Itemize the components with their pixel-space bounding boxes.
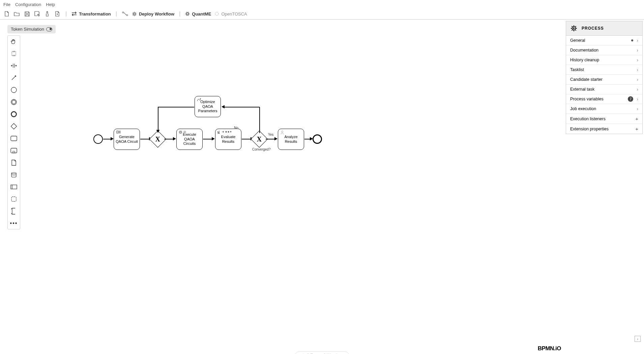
menu-bar: File Configuration Help [0, 0, 644, 9]
task-generate[interactable]: Generate QAOA Circuit [114, 129, 140, 150]
task-evaluate[interactable]: ➜ ★★✦ Evaluate Results [215, 129, 241, 150]
end-event[interactable] [313, 134, 322, 144]
data-object-icon[interactable] [10, 159, 18, 166]
chevron-right-icon: › [637, 96, 638, 102]
task-analyze[interactable]: Analyze Results [278, 129, 304, 150]
svg-rect-20 [117, 131, 118, 133]
flow-no-label: No [234, 126, 238, 130]
plus-icon: + [635, 126, 638, 132]
svg-rect-17 [11, 185, 17, 189]
curve-icon [197, 98, 201, 102]
save-edit-icon[interactable] [34, 10, 40, 17]
token-simulation-toggle[interactable]: Token Simulation [7, 25, 56, 33]
collapse-panel-button[interactable]: › [635, 336, 641, 342]
status-bar[interactable]: 0 Errors, 0 Warnings [295, 351, 349, 354]
prop-documentation[interactable]: Documentation› [566, 45, 642, 55]
transformation-button[interactable]: Transformation [71, 11, 111, 17]
chevron-right-icon: › [637, 57, 638, 63]
process-icon [570, 25, 578, 32]
gateway-icon[interactable] [10, 123, 18, 130]
svg-rect-12 [11, 124, 17, 129]
indicator-dot-icon [631, 39, 633, 41]
svg-point-1 [126, 14, 128, 16]
text-annotation-icon[interactable] [10, 207, 18, 215]
open-folder-icon[interactable] [13, 10, 20, 17]
workflow-icon[interactable] [122, 10, 128, 17]
task-label: Execute QAOA Circuits [178, 132, 201, 146]
prop-tasklist[interactable]: Tasklist› [566, 65, 642, 75]
menu-help[interactable]: Help [46, 2, 55, 7]
svg-point-26 [282, 131, 283, 133]
user-icon [280, 130, 284, 134]
svg-point-2 [133, 13, 135, 15]
transformation-icon [71, 11, 77, 16]
svg-rect-15 [13, 151, 15, 153]
prop-history-cleanup[interactable]: History cleanup› [566, 55, 642, 65]
panel-header: PROCESS [566, 21, 642, 36]
gear-icon [132, 11, 137, 17]
intermediate-event-icon[interactable] [10, 98, 18, 106]
share-icon[interactable] [44, 10, 51, 17]
chevron-right-icon: › [637, 87, 638, 92]
gateway-converged[interactable]: X [251, 131, 268, 148]
separator: | [179, 11, 180, 17]
svg-point-0 [122, 12, 124, 13]
svg-rect-14 [11, 148, 17, 153]
deploy-workflow-button[interactable]: Deploy Workflow [132, 11, 174, 17]
task-optimize[interactable]: Optimize QAOA Parameters [195, 96, 221, 117]
task-label: Optimize QAOA Parameters [196, 100, 219, 114]
svg-point-6 [215, 12, 218, 15]
prop-execution-listeners[interactable]: Execution listeners+ [566, 114, 642, 124]
prop-candidate-starter[interactable]: Candidate starter› [566, 75, 642, 85]
connect-tool-icon[interactable] [10, 74, 18, 82]
data-store-icon[interactable] [10, 171, 18, 179]
svg-point-25 [184, 131, 185, 133]
quantme-button[interactable]: QuantME [185, 11, 211, 17]
prop-general[interactable]: General› [566, 36, 642, 45]
start-event[interactable] [93, 134, 103, 144]
new-file-icon[interactable] [3, 10, 10, 17]
save-icon[interactable] [24, 10, 30, 17]
gateway-merge[interactable]: X [149, 131, 167, 148]
gateway-label: Converged? [252, 148, 270, 151]
lasso-tool-icon[interactable] [10, 50, 18, 57]
plus-icon: + [635, 116, 638, 122]
task-icon[interactable] [10, 135, 18, 142]
chevron-right-icon: › [637, 106, 638, 111]
task-execute[interactable]: Execute QAOA Circuits [176, 129, 203, 150]
execute-icon [179, 130, 186, 134]
end-event-icon[interactable] [10, 110, 18, 118]
opentosca-button[interactable]: OpenTOSCA [214, 11, 247, 17]
svg-point-22 [179, 132, 182, 133]
svg-point-11 [11, 112, 17, 117]
start-event-icon[interactable] [10, 86, 18, 94]
count-badge: 7 [628, 96, 633, 102]
svg-point-10 [12, 100, 16, 104]
participant-icon[interactable] [10, 183, 18, 191]
menu-file[interactable]: File [3, 2, 10, 7]
chevron-right-icon: › [637, 47, 638, 53]
prop-extension-properties[interactable]: Extension properties+ [566, 124, 642, 134]
canvas[interactable]: Generate QAOA Circuit X Execute QAOA Cir… [0, 17, 566, 354]
chevron-right-icon: › [637, 77, 638, 82]
new-doc-plus-icon[interactable] [54, 10, 61, 17]
hand-tool-icon[interactable] [10, 38, 18, 45]
group-icon[interactable] [10, 195, 18, 203]
subprocess-icon[interactable] [10, 147, 18, 154]
circuit-icon [116, 130, 121, 134]
prop-external-task[interactable]: External task› [566, 85, 642, 94]
svg-rect-7 [12, 52, 16, 56]
svg-point-3 [185, 13, 189, 15]
opentosca-icon [214, 11, 219, 16]
more-icon[interactable]: ••• [10, 220, 18, 227]
toggle-icon [46, 27, 52, 31]
space-tool-icon[interactable] [10, 62, 18, 69]
prop-job-execution[interactable]: Job execution› [566, 104, 642, 114]
task-label: Evaluate Results [217, 135, 240, 144]
prop-process-variables[interactable]: Process variables7› [566, 94, 642, 104]
svg-rect-19 [11, 197, 16, 201]
menu-configuration[interactable]: Configuration [15, 2, 41, 7]
svg-rect-21 [119, 131, 120, 133]
task-label: Generate QAOA Circuit [115, 135, 138, 144]
properties-panel: PROCESS General› Documentation› History … [566, 21, 643, 134]
